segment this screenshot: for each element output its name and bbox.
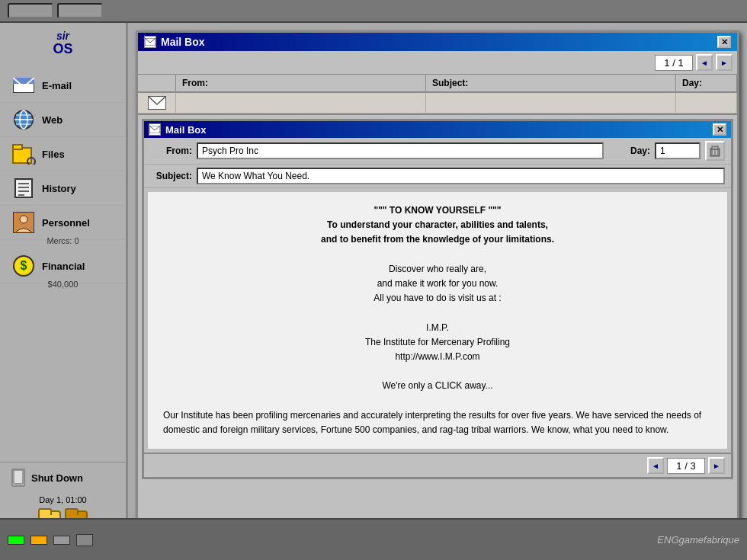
financial-sublabel: $40,000 (0, 280, 126, 289)
svg-rect-8 (13, 145, 22, 149)
inner-page-indicator: 1 / 3 (667, 458, 705, 474)
logo-sir: sir (53, 30, 72, 42)
content-area: Mail Box ✕ 1 / 1 ◄ ► From: Subject: Day: (128, 23, 747, 533)
indicator-yellow (30, 536, 47, 545)
email-list (138, 93, 737, 115)
shutdown-label: Shut Down (31, 472, 83, 484)
outer-nav-bar: 1 / 1 ◄ ► (138, 51, 737, 75)
body-line-6: All you have to do is visit us at : (163, 291, 712, 306)
delete-button[interactable] (705, 141, 725, 161)
personnel-sublabel: Mercs: 0 (0, 236, 126, 245)
from-input[interactable] (197, 142, 604, 159)
svg-rect-26 (712, 146, 718, 149)
body-line-3: and to benefit from the knowledge of you… (163, 232, 712, 247)
web-icon (11, 109, 36, 130)
sidebar-history-label: History (42, 183, 76, 194)
indicator-gray (53, 536, 70, 545)
sidebar-personnel-label: Personnel (42, 217, 90, 229)
body-line-4: Discover who really are, (163, 262, 712, 277)
mailbox-inner-titlebar: Mail Box ✕ (144, 121, 731, 138)
email-row-from (176, 93, 426, 113)
header-from-col: From: (176, 75, 426, 91)
logo-os: OS (53, 42, 72, 57)
body-line-2: To understand your character, abilities … (163, 218, 712, 232)
sidebar-item-history[interactable]: History (0, 171, 126, 206)
subject-input[interactable] (197, 168, 725, 184)
day-label: Day 1, 01:00 (0, 493, 126, 507)
shutdown-icon (11, 469, 25, 487)
sidebar-item-shutdown[interactable]: Shut Down (0, 462, 126, 493)
svg-rect-21 (16, 484, 21, 485)
svg-rect-20 (14, 470, 23, 484)
inner-prev-button[interactable]: ◄ (647, 457, 664, 474)
email-list-header: From: Subject: Day: (138, 75, 737, 93)
email-row-day (676, 93, 737, 113)
mailbox-title-icon (144, 36, 156, 48)
outer-prev-button[interactable]: ◄ (696, 54, 713, 71)
from-label: From: (150, 146, 192, 156)
sidebar-financial-label: Financial (42, 261, 85, 272)
personnel-icon (11, 212, 36, 233)
sidebar-web-label: Web (42, 114, 63, 126)
top-decoration-right (57, 3, 103, 18)
titlebar-left: Mail Box (144, 36, 205, 48)
main-area: sir OS E-mail (0, 23, 747, 533)
sidebar-item-files[interactable]: Files (0, 137, 126, 171)
outer-page-indicator: 1 / 1 (655, 55, 693, 71)
day-input[interactable] (655, 142, 701, 159)
mailbox-outer-close-button[interactable]: ✕ (717, 36, 731, 48)
header-envelope-col (138, 75, 176, 91)
os-logo: sir OS (53, 30, 72, 57)
inner-next-button[interactable]: ► (708, 457, 725, 474)
indicator-green (8, 536, 24, 545)
inner-titlebar-left: Mail Box (149, 123, 206, 136)
mailbox-outer-window: Mail Box ✕ 1 / 1 ◄ ► From: Subject: Day: (136, 30, 739, 526)
subject-row: Subject: (144, 165, 731, 188)
body-line-7: I.M.P. (163, 321, 712, 335)
sidebar: sir OS E-mail (0, 23, 128, 533)
body-line-10: We're only a CLICK away... (163, 379, 712, 393)
mailbox-inner-close-button[interactable]: ✕ (713, 123, 726, 136)
mailbox-inner-window: Mail Box ✕ From: Day: (142, 119, 733, 479)
body-line-8: The Institute for Mercenary Profiling (163, 335, 712, 350)
watermark: ENGgamefabrique (657, 534, 739, 546)
email-row-icon (138, 93, 176, 113)
header-day-col: Day: (676, 75, 737, 91)
top-decoration-left (8, 3, 53, 18)
files-icon (11, 143, 36, 165)
subject-label: Subject: (150, 171, 192, 181)
email-row[interactable] (138, 93, 737, 114)
sidebar-item-email[interactable]: E-mail (0, 69, 126, 103)
from-row: From: Day: (144, 138, 731, 165)
body-line-5: and make it work for you now. (163, 277, 712, 291)
inner-bottom-nav: ◄ 1 / 3 ► (144, 453, 731, 477)
body-line-11: Our Institute has been profiling mercena… (163, 408, 712, 437)
top-bar (0, 0, 747, 23)
svg-point-17 (20, 216, 27, 223)
inner-mail-icon (149, 123, 161, 136)
history-icon (11, 178, 36, 199)
bottom-bar: ENGgamefabrique (0, 518, 747, 560)
outer-next-button[interactable]: ► (716, 54, 733, 71)
mailbox-inner-title: Mail Box (165, 124, 206, 136)
mailbox-outer-titlebar: Mail Box ✕ (138, 33, 737, 51)
email-icon (11, 75, 36, 96)
mailbox-outer-title: Mail Box (161, 36, 205, 48)
sidebar-item-financial[interactable]: $ Financial (0, 249, 126, 283)
body-line-9: http://www.I.M.P.com (163, 350, 712, 364)
email-body: """ TO KNOW YOURSELF """ To understand y… (148, 192, 727, 449)
email-row-subject (426, 93, 676, 113)
sidebar-email-label: E-mail (42, 80, 72, 91)
header-subject-col: Subject: (426, 75, 676, 91)
svg-text:$: $ (21, 259, 27, 272)
indicator-bar (76, 534, 93, 546)
financial-icon: $ (11, 255, 36, 277)
svg-line-10 (34, 164, 36, 165)
body-line-1: """ TO KNOW YOURSELF """ (163, 203, 712, 218)
sidebar-item-web[interactable]: Web (0, 103, 126, 137)
day-form-label: Day: (608, 146, 650, 156)
sidebar-files-label: Files (42, 149, 65, 160)
sidebar-item-personnel[interactable]: Personnel (0, 206, 126, 240)
